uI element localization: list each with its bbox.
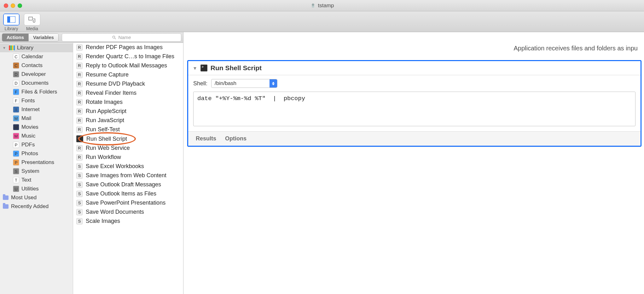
library-button[interactable] [3, 14, 20, 25]
shell-value: /bin/bash [215, 80, 236, 87]
shell-select[interactable]: /bin/bash [211, 79, 277, 88]
close-window-button[interactable] [4, 3, 8, 8]
action-row[interactable]: SSave Word Documents [73, 207, 183, 217]
action-row[interactable]: Run Shell Script [73, 134, 183, 144]
action-icon: R [76, 154, 83, 161]
dropdown-arrow-icon [270, 79, 277, 88]
sidebar-item[interactable]: M Movies [0, 123, 73, 132]
sidebar-item-label: Fonts [21, 98, 35, 104]
action-icon: R [76, 72, 83, 78]
sidebar-most-used[interactable]: Most Used [0, 193, 73, 202]
action-icon: S [76, 191, 83, 197]
sidebar-item[interactable]: F Fonts [0, 96, 73, 105]
action-label: Render PDF Pages as Images [86, 44, 163, 51]
action-label: Scale Images [86, 218, 120, 224]
sidebar-item-label: Photos [21, 150, 38, 157]
action-icon: S [76, 182, 83, 188]
sidebar-item[interactable]: C Contacts [0, 61, 73, 70]
svg-rect-4 [29, 17, 32, 20]
options-tab[interactable]: Options [225, 135, 247, 142]
action-row[interactable]: SSave Images from Web Content [73, 171, 183, 180]
action-row[interactable]: SSave Excel Workbooks [73, 162, 183, 171]
search-placeholder: Name [118, 35, 131, 40]
sidebar-item[interactable]: I Internet [0, 105, 73, 114]
action-label: Run AppleScript [86, 108, 126, 115]
actions-list[interactable]: RRender PDF Pages as ImagesRRender Quart… [73, 43, 183, 294]
sidebar-item[interactable]: D Developer [0, 70, 73, 79]
action-row[interactable]: RRender Quartz C…s to Image Files [73, 52, 183, 61]
action-row[interactable]: RRun JavaScript [73, 116, 183, 125]
action-label: Run JavaScript [86, 117, 124, 124]
action-row[interactable]: SScale Images [73, 217, 183, 226]
zoom-window-button[interactable] [18, 3, 22, 8]
segment-variables[interactable]: Variables [28, 34, 58, 41]
action-row[interactable]: RRun Self-Test [73, 125, 183, 134]
action-icon: S [76, 172, 83, 179]
sidebar-item-label: Most Used [11, 195, 37, 201]
category-icon: P [13, 142, 19, 148]
library-sidebar: ▼ Library C Calendar C Contacts D Develo… [0, 43, 73, 294]
action-label: Reveal Finder Items [86, 90, 136, 96]
category-icon: T [13, 177, 19, 183]
action-label: Resume DVD Playback [86, 81, 145, 87]
sidebar-item[interactable]: P Presentations [0, 158, 73, 167]
sidebar-item[interactable]: C Calendar [0, 52, 73, 61]
action-title: Run Shell Script [211, 64, 262, 72]
category-icon: C [13, 54, 19, 60]
media-button[interactable] [24, 14, 40, 25]
sidebar-item[interactable]: U Utilities [0, 184, 73, 193]
sidebar-item[interactable]: D Documents [0, 79, 73, 88]
sidebar-item[interactable]: P Photos [0, 149, 73, 158]
action-icon: S [76, 200, 83, 206]
sidebar-recently-added[interactable]: Recently Added [0, 202, 73, 211]
action-row[interactable]: RReply to Outlook Mail Messages [73, 61, 183, 70]
action-row[interactable]: SSave PowerPoint Presentations [73, 198, 183, 207]
action-icon: R [76, 117, 83, 124]
action-row[interactable]: RRun AppleScript [73, 107, 183, 116]
shell-script-textarea[interactable]: date "+%Y-%m-%d %T" | pbcopy [193, 92, 635, 126]
sidebar-item[interactable]: M Music [0, 132, 73, 140]
sidebar-item-label: PDFs [21, 142, 35, 148]
results-tab[interactable]: Results [196, 135, 216, 142]
sidebar-item[interactable]: F Files & Folders [0, 88, 73, 96]
disclosure-triangle-icon[interactable]: ▼ [193, 65, 197, 71]
sidebar-item-label: Mail [21, 115, 31, 122]
sidebar-item-label: Developer [21, 71, 46, 77]
category-icon: U [13, 186, 19, 192]
action-row[interactable]: RResume DVD Playback [73, 79, 183, 88]
action-label: Save Word Documents [86, 209, 144, 215]
action-label: Save Images from Web Content [86, 172, 166, 179]
toolbar: Library Media [0, 11, 644, 32]
sidebar-item[interactable]: M Mail [0, 114, 73, 123]
terminal-icon [76, 135, 83, 142]
category-icon: M [13, 124, 19, 130]
action-icon: S [76, 218, 83, 224]
actions-variables-segmented[interactable]: Actions Variables [2, 33, 59, 42]
action-row[interactable]: SSave Outlook Items as Files [73, 189, 183, 198]
folder-icon [3, 203, 9, 210]
segment-actions[interactable]: Actions [2, 34, 28, 41]
disclosure-triangle-icon[interactable]: ▼ [3, 46, 6, 50]
svg-line-6 [115, 38, 116, 39]
workflow-input-banner: Application receives files and folders a… [183, 32, 644, 60]
sidebar-item-label: Contacts [21, 62, 43, 69]
sidebar-item-label: Presentations [21, 159, 54, 166]
action-row[interactable]: RRender PDF Pages as Images [73, 43, 183, 52]
action-row[interactable]: RRun Workflow [73, 153, 183, 162]
media-label: Media [26, 26, 38, 31]
category-icon: M [13, 133, 19, 139]
action-row[interactable]: RResume Capture [73, 70, 183, 79]
search-input[interactable]: Name [62, 33, 181, 42]
action-icon: R [76, 99, 83, 105]
sidebar-item[interactable]: P PDFs [0, 140, 73, 149]
sidebar-item[interactable]: T Text [0, 176, 73, 184]
sidebar-item-label: Utilities [21, 186, 39, 192]
action-row[interactable]: RRun Web Service [73, 144, 183, 153]
sidebar-item[interactable]: S System [0, 167, 73, 176]
action-row[interactable]: RReveal Finder Items [73, 88, 183, 98]
action-row[interactable]: RRotate Images [73, 98, 183, 107]
minimize-window-button[interactable] [11, 3, 15, 8]
action-row[interactable]: SSave Outlook Draft Messages [73, 180, 183, 189]
automator-app-icon [310, 3, 316, 8]
sidebar-library-header[interactable]: ▼ Library [0, 43, 73, 52]
